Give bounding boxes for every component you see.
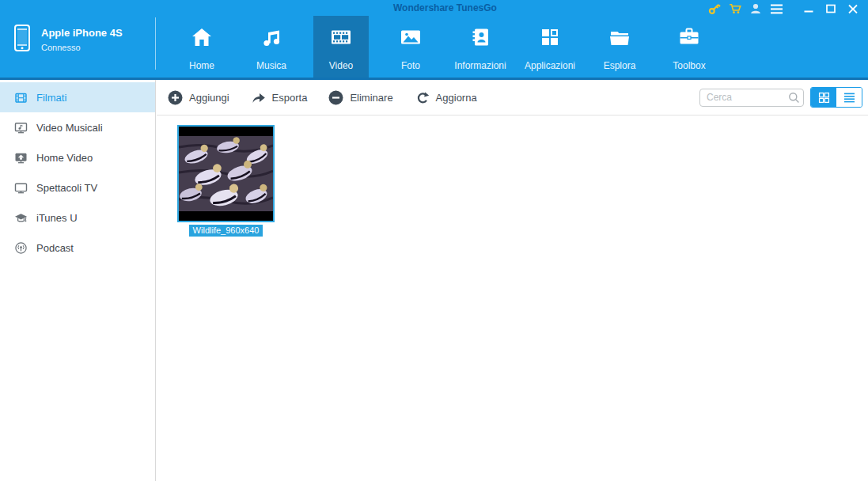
contacts-icon — [468, 25, 492, 52]
sidebar-item-itunes-u[interactable]: iTunes U — [0, 203, 155, 233]
app-window: Wondershare TunesGo — [0, 0, 868, 481]
device-name: Apple iPhone 4S — [41, 27, 123, 39]
sidebar-item-filmati[interactable]: Filmati — [0, 82, 155, 112]
toolbar: Aggiungi Esporta Eliminare — [157, 80, 868, 116]
tool-button-label: Aggiorna — [436, 92, 477, 104]
sidebar-item-label: Home Video — [36, 152, 93, 164]
list-view-button[interactable] — [836, 88, 862, 107]
device-status: Connesso — [41, 43, 81, 52]
apps-icon — [538, 25, 562, 52]
nav-tabs: Home Musica — [157, 16, 724, 78]
grid-view-button[interactable] — [811, 88, 836, 107]
video-item-wildlife[interactable]: Wildlife_960x640 — [176, 125, 276, 237]
app-title: Wondershare TunesGo — [393, 2, 497, 13]
tab-video[interactable]: Video — [313, 16, 369, 78]
main-area: Aggiungi Esporta Eliminare — [157, 80, 868, 481]
sidebar-item-label: Spettacoli TV — [36, 182, 97, 194]
phone-icon — [14, 25, 30, 55]
cart-icon[interactable] — [729, 2, 741, 15]
sidebar-item-label: Filmati — [36, 92, 66, 104]
tab-label: Home — [189, 60, 214, 71]
account-icon[interactable] — [749, 2, 762, 15]
tab-esplora[interactable]: Esplora — [592, 16, 647, 78]
maximize-icon[interactable] — [824, 2, 837, 15]
header: Wondershare TunesGo — [0, 0, 868, 80]
tab-label: Applicazioni — [525, 60, 575, 71]
refresh-icon — [415, 90, 430, 105]
sidebar-item-video-musicali[interactable]: Video Musicali — [0, 112, 155, 142]
tool-button-label: Aggiungi — [189, 92, 229, 104]
video-grid: Wildlife_960x640 — [157, 116, 868, 237]
tab-toolbox[interactable]: Toolbox — [661, 16, 717, 78]
tab-label: Esplora — [604, 60, 636, 71]
tab-home[interactable]: Home — [174, 16, 229, 78]
add-button[interactable]: Aggiungi — [168, 90, 229, 105]
refresh-button[interactable]: Aggiorna — [415, 90, 477, 105]
tool-button-label: Esporta — [272, 92, 308, 104]
register-key-icon[interactable] — [708, 2, 721, 15]
photo-icon — [399, 25, 423, 52]
tab-label: Toolbox — [673, 60, 705, 71]
export-button[interactable]: Esporta — [251, 90, 308, 105]
video-thumbnail — [177, 125, 275, 222]
filmstrip-icon — [14, 91, 28, 104]
titlebar-icons — [704, 2, 864, 15]
delete-button[interactable]: Eliminare — [328, 90, 392, 105]
tab-musica[interactable]: Musica — [244, 16, 299, 78]
export-arrow-icon — [251, 90, 266, 105]
sidebar-item-label: iTunes U — [36, 212, 78, 224]
remove-circle-icon — [328, 90, 343, 105]
music-video-icon — [14, 121, 28, 134]
home-icon — [190, 25, 214, 52]
tab-label: Informazioni — [454, 60, 506, 71]
tab-label: Video — [329, 60, 353, 71]
home-video-icon — [14, 151, 28, 165]
music-icon — [260, 25, 283, 52]
podcast-icon — [14, 241, 28, 255]
sidebar-item-podcast[interactable]: Podcast — [0, 233, 155, 263]
film-icon — [329, 25, 353, 52]
folder-icon — [608, 25, 631, 52]
titlebar: Wondershare TunesGo — [0, 0, 868, 16]
minimize-icon[interactable] — [802, 2, 815, 15]
search-box — [699, 89, 804, 107]
search-icon[interactable] — [788, 92, 800, 107]
menu-icon[interactable] — [770, 2, 783, 15]
sidebar-item-spettacoli-tv[interactable]: Spettacoli TV — [0, 172, 155, 203]
graduation-cap-icon — [14, 211, 28, 225]
sidebar-item-label: Video Musicali — [36, 122, 103, 134]
briefcase-icon — [677, 25, 701, 52]
add-circle-icon — [168, 90, 183, 105]
video-title: Wildlife_960x640 — [189, 225, 263, 237]
tv-icon — [14, 181, 28, 195]
tool-button-label: Eliminare — [350, 92, 392, 104]
sidebar-item-home-video[interactable]: Home Video — [0, 142, 155, 172]
tab-label: Foto — [401, 60, 420, 71]
device-panel: Apple iPhone 4S Connesso — [0, 16, 156, 78]
sidebar-item-label: Podcast — [36, 242, 74, 254]
tab-informazioni[interactable]: Informazioni — [453, 16, 508, 78]
tab-foto[interactable]: Foto — [383, 16, 438, 78]
sidebar: Filmati Video Musicali — [0, 80, 156, 481]
view-toggle — [810, 87, 862, 108]
tab-applicazioni[interactable]: Applicazioni — [522, 16, 578, 78]
toolbar-right — [699, 87, 868, 108]
tab-label: Musica — [256, 60, 286, 71]
close-icon[interactable] — [847, 2, 859, 15]
